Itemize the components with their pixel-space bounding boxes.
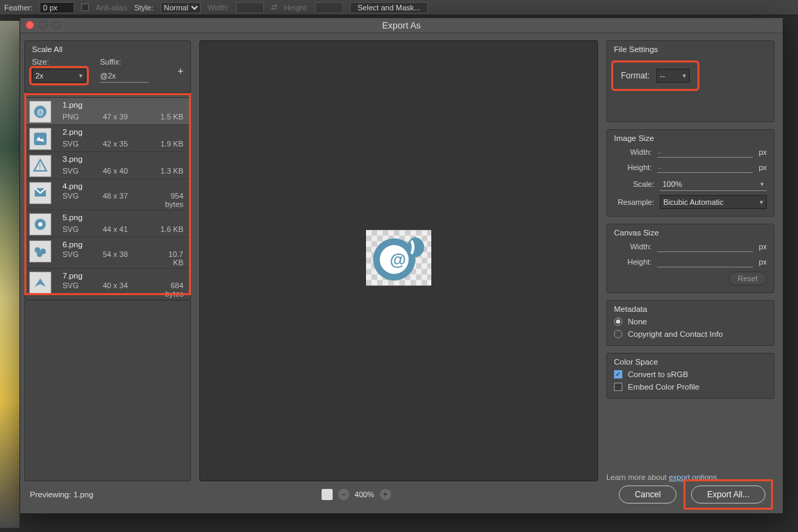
asset-dimensions: 54 x 38 <box>103 250 151 258</box>
asset-name: 5.png <box>63 213 183 222</box>
suffix-label: Suffix: <box>100 58 149 66</box>
asset-thumb: ! <box>29 155 51 177</box>
asset-thumb <box>29 240 51 263</box>
close-icon[interactable] <box>26 21 34 29</box>
asset-filesize: 1.6 KB <box>157 225 183 233</box>
asset-name: 1.png <box>63 101 183 109</box>
style-select[interactable]: Normal <box>160 2 201 13</box>
cancel-button[interactable]: Cancel <box>619 485 676 504</box>
is-resample-label: Resample: <box>614 198 654 206</box>
embed-profile-checkbox[interactable] <box>614 383 622 391</box>
asset-format: SVG <box>63 167 97 175</box>
file-settings-title: File Settings <box>614 45 767 53</box>
is-height-input[interactable] <box>657 162 753 173</box>
add-scale-button[interactable]: + <box>178 65 183 76</box>
swap-icon: ⇄ <box>271 3 277 12</box>
asset-row[interactable]: !3.pngSVG46 x 401.3 KB <box>25 152 190 179</box>
cs-width-input[interactable] <box>657 241 753 252</box>
asset-filesize: 954 bytes <box>157 192 183 208</box>
format-select[interactable]: -- ▾ <box>656 69 690 83</box>
asset-format: SVG <box>63 140 97 148</box>
size-label: Size: <box>32 58 86 66</box>
asset-dimensions: 40 x 34 <box>103 281 151 290</box>
is-width-input[interactable] <box>657 147 753 158</box>
zoom-in-button[interactable]: + <box>380 489 391 500</box>
scale-all-panel: Scale All Size: 2x ▾ Suffix: + <box>24 40 191 93</box>
asset-dimensions: 47 x 39 <box>103 113 151 121</box>
asset-row[interactable]: 4.pngSVG48 x 37954 bytes <box>25 179 190 210</box>
fit-icon[interactable] <box>322 489 333 500</box>
image-size-title: Image Size <box>614 134 767 142</box>
dialog-footer: Previewing: 1.png − 400% + Cancel Export… <box>20 481 783 513</box>
asset-thumb <box>29 272 51 294</box>
asset-name: 3.png <box>63 155 183 163</box>
preview-area[interactable]: @ <box>199 40 598 481</box>
asset-row[interactable]: 7.pngSVG40 x 34684 bytes <box>25 269 190 300</box>
asset-filesize: 1.9 KB <box>157 140 183 148</box>
suffix-input[interactable] <box>100 69 149 83</box>
chevron-down-icon: ▾ <box>760 181 764 188</box>
chevron-down-icon: ▾ <box>79 72 83 79</box>
asset-thumb <box>29 182 51 204</box>
antialias-checkbox[interactable] <box>81 3 89 11</box>
asset-list[interactable]: @1.pngPNG47 x 391.5 KB2.pngSVG42 x 351.9… <box>24 97 191 301</box>
cs-width-label: Width: <box>614 242 651 251</box>
is-scale-label: Scale: <box>614 180 654 188</box>
minimize-icon <box>39 21 47 29</box>
metadata-none-radio[interactable] <box>614 317 622 326</box>
asset-dimensions: 42 x 35 <box>103 140 151 148</box>
image-size-panel: Image Size Width: px Height: px Scale: 1… <box>606 129 774 217</box>
metadata-panel: Metadata None Copyright and Contact Info <box>606 300 774 346</box>
cs-height-input[interactable] <box>657 256 753 267</box>
height-label: Height: <box>284 3 308 12</box>
reset-button[interactable]: Reset <box>729 272 767 285</box>
feather-label: Feather: <box>4 3 33 12</box>
asset-name: 6.png <box>63 240 183 249</box>
export-all-button[interactable]: Export All... <box>691 485 765 504</box>
asset-row[interactable]: 5.pngSVG44 x 411.6 KB <box>25 210 190 238</box>
preview-image: @ <box>369 233 428 283</box>
asset-filesize: 1.5 KB <box>157 113 183 121</box>
zoom-value: 400% <box>355 490 374 499</box>
svg-text:@: @ <box>390 249 406 268</box>
color-space-title: Color Space <box>614 358 767 366</box>
width-label: Width: <box>208 3 229 12</box>
select-and-mask-button[interactable]: Select and Mask... <box>350 2 429 13</box>
asset-name: 2.png <box>63 128 183 136</box>
dialog-title: Export As <box>382 20 421 31</box>
asset-filesize: 684 bytes <box>157 281 183 298</box>
is-resample-select[interactable]: Bicubic Automatic ▾ <box>660 195 767 209</box>
asset-dimensions: 46 x 40 <box>103 167 151 175</box>
svg-point-9 <box>37 251 42 257</box>
chevron-down-icon: ▾ <box>683 72 686 79</box>
asset-dimensions: 44 x 41 <box>103 225 151 233</box>
asset-row[interactable]: @1.pngPNG47 x 391.5 KB <box>25 98 190 125</box>
preview-canvas: @ <box>366 230 431 285</box>
metadata-copyright-radio[interactable] <box>614 330 622 338</box>
size-select[interactable]: 2x ▾ <box>32 69 86 83</box>
previewing-label: Previewing: 1.png <box>30 490 93 499</box>
asset-filesize: 10.7 KB <box>157 250 183 267</box>
zoom-out-button[interactable]: − <box>338 489 349 500</box>
cs-height-label: Height: <box>614 258 651 266</box>
asset-thumb <box>29 128 51 150</box>
titlebar: Export As <box>20 18 783 33</box>
srgb-checkbox[interactable] <box>614 370 622 379</box>
asset-row[interactable]: 2.pngSVG42 x 351.9 KB <box>25 125 190 152</box>
asset-row[interactable]: 6.pngSVG54 x 3810.7 KB <box>25 238 190 269</box>
asset-thumb: @ <box>29 101 51 123</box>
height-input <box>315 2 343 13</box>
asset-filesize: 1.3 KB <box>157 167 183 175</box>
asset-thumb <box>29 213 51 235</box>
is-width-label: Width: <box>614 148 651 156</box>
feather-input[interactable] <box>40 2 74 13</box>
asset-format: SVG <box>63 250 97 258</box>
style-label: Style: <box>134 3 153 12</box>
is-scale-select[interactable]: 100% ▾ <box>660 177 767 191</box>
metadata-copyright-label: Copyright and Contact Info <box>628 330 723 338</box>
format-label: Format: <box>621 71 649 81</box>
zoom-controls: − 400% + <box>322 489 391 500</box>
canvas-size-panel: Canvas Size Width: px Height: px Reset <box>606 224 774 293</box>
asset-dimensions: 48 x 37 <box>103 192 151 200</box>
background-document <box>0 21 19 528</box>
